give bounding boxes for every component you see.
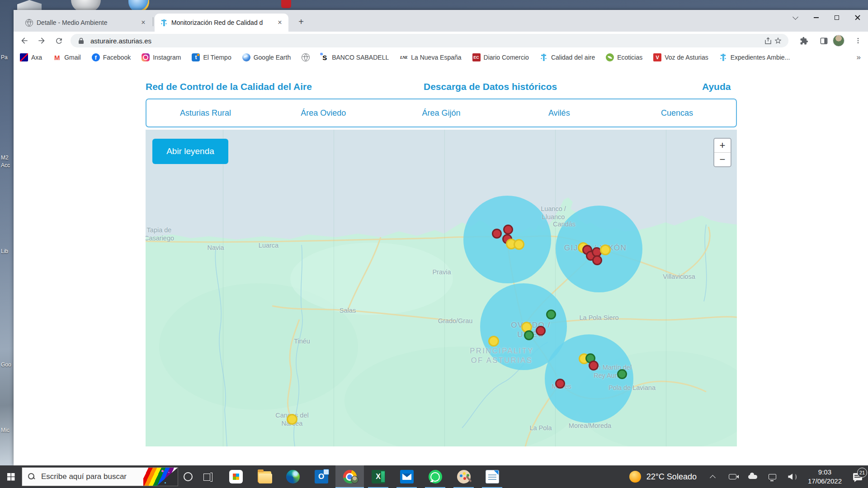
- axa-icon: [20, 53, 28, 61]
- station-marker-good[interactable]: [546, 310, 556, 319]
- maximize-button[interactable]: [826, 10, 847, 25]
- bookmark-gmail[interactable]: MGmail: [53, 53, 81, 61]
- station-marker-moderate[interactable]: [287, 414, 297, 425]
- search-input[interactable]: [41, 472, 132, 481]
- taskbar-app-store[interactable]: [222, 465, 250, 488]
- station-marker-bad[interactable]: [492, 229, 502, 239]
- bookmark-label: La Nueva España: [411, 54, 461, 61]
- map-label: Luanco / Lluanco: [541, 205, 566, 221]
- meet-now-icon[interactable]: [723, 474, 743, 479]
- tray-expand-chevron[interactable]: [703, 474, 723, 480]
- station-marker-good[interactable]: [617, 369, 627, 379]
- station-marker-bad[interactable]: [536, 326, 546, 336]
- address-bar[interactable]: asturaire.asturias.es: [71, 34, 788, 47]
- taskbar-app-excel[interactable]: X: [364, 465, 392, 488]
- station-marker-bad[interactable]: [592, 255, 602, 265]
- reload-icon[interactable]: [52, 34, 65, 47]
- weather-text: 22°C Soleado: [646, 472, 697, 482]
- station-marker-good[interactable]: [524, 330, 534, 340]
- kebab-menu-icon[interactable]: [852, 34, 864, 47]
- tab-strip: Detalle - Medio Ambiente × Monitorizació…: [14, 10, 868, 32]
- station-marker-bad[interactable]: [555, 379, 565, 389]
- region-tab-área-gijón[interactable]: Área Gijón: [382, 108, 500, 118]
- browser-toolbar: asturaire.asturias.es: [14, 32, 868, 50]
- start-button[interactable]: [0, 465, 22, 488]
- map-label: Navia: [207, 244, 224, 252]
- tab-detalle-medio-ambiente[interactable]: Detalle - Medio Ambiente ×: [20, 14, 152, 32]
- search-icon: [28, 473, 36, 481]
- weather-widget[interactable]: 22°C Soleado: [623, 471, 703, 483]
- bookmark-voz-de-asturias[interactable]: VVoz de Asturias: [653, 53, 708, 61]
- tab-search-chevron-icon[interactable]: [785, 10, 806, 25]
- bookmark-globe[interactable]: [302, 53, 310, 61]
- taskbar-app-chrome[interactable]: [335, 465, 364, 488]
- link-ayuda[interactable]: Ayuda: [702, 81, 731, 92]
- volume-icon[interactable]: [783, 474, 802, 480]
- close-tab-icon[interactable]: ×: [139, 19, 147, 27]
- bookmark-el-tiempo[interactable]: tEl Tiempo: [192, 53, 231, 61]
- bookmark-calidad-del-aire[interactable]: Calidad del aire: [540, 53, 595, 61]
- open-legend-button[interactable]: Abir leyenda: [152, 139, 228, 164]
- zoom-in-button[interactable]: +: [714, 139, 731, 152]
- station-marker-bad[interactable]: [503, 225, 513, 235]
- station-marker-moderate[interactable]: [600, 244, 611, 255]
- profile-avatar[interactable]: [833, 35, 844, 47]
- station-marker-moderate[interactable]: [514, 239, 524, 250]
- region-tab-avilés[interactable]: Avilés: [500, 108, 618, 118]
- share-icon[interactable]: [763, 36, 773, 46]
- lock-icon[interactable]: [76, 36, 86, 46]
- cross-icon: [719, 53, 727, 61]
- bookmarks-overflow-icon[interactable]: »: [857, 53, 861, 62]
- station-marker-bad[interactable]: [589, 361, 599, 371]
- link-red-de-control[interactable]: Red de Control de la Calidad del Aire: [146, 81, 312, 92]
- cross-icon: [540, 53, 548, 61]
- cortana-button[interactable]: [178, 465, 198, 488]
- region-tab-área-oviedo[interactable]: Área Oviedo: [264, 108, 382, 118]
- new-tab-button[interactable]: +: [295, 16, 307, 28]
- station-marker-moderate[interactable]: [488, 336, 499, 347]
- globe-icon: [302, 53, 310, 61]
- bookmark-expedientes-ambie-[interactable]: Expedientes Ambie...: [719, 53, 790, 61]
- bookmark-instagram[interactable]: Instagram: [142, 53, 181, 61]
- notification-badge: 21: [857, 468, 867, 478]
- notification-center-button[interactable]: 21: [847, 473, 868, 480]
- forward-icon[interactable]: [35, 34, 48, 47]
- tab-title: Monitorización Red de Calidad d: [171, 19, 272, 26]
- taskbar-app-whatsapp[interactable]: [421, 465, 449, 488]
- bookmark-la-nueva-espa-a[interactable]: LNELa Nueva España: [400, 53, 461, 61]
- back-icon[interactable]: [18, 34, 31, 47]
- region-tab-asturias-rural[interactable]: Asturias Rural: [146, 108, 264, 118]
- network-icon[interactable]: [763, 474, 783, 479]
- onedrive-icon[interactable]: [743, 475, 763, 479]
- air-quality-map[interactable]: Tapia de CasariegoNaviaLuarcaSalasTinéuP…: [146, 130, 737, 446]
- bookmark-star-icon[interactable]: [773, 36, 783, 46]
- side-panel-icon[interactable]: [817, 34, 830, 47]
- bookmark-facebook[interactable]: fFacebook: [92, 53, 131, 61]
- extensions-puzzle-icon[interactable]: [797, 34, 810, 47]
- bookmark-google-earth[interactable]: Google Earth: [242, 53, 291, 61]
- taskbar-app-outlook[interactable]: O: [307, 465, 335, 488]
- bookmark-banco-sabadell[interactable]: SBANCO SABADELL: [321, 53, 389, 61]
- minimize-button[interactable]: [806, 10, 826, 25]
- desktop-icon-label: M2: [1, 155, 14, 161]
- taskbar-app-paint[interactable]: [449, 465, 478, 488]
- taskbar-app-explorer[interactable]: [250, 465, 278, 488]
- bookmark-ecoticias[interactable]: Ecoticias: [606, 53, 642, 61]
- bookmark-axa[interactable]: Axa: [20, 53, 42, 61]
- taskbar-app-mail[interactable]: [392, 465, 421, 488]
- taskbar-app-edge[interactable]: [278, 465, 307, 488]
- clock[interactable]: 9:03 17/06/2022: [802, 468, 847, 486]
- bookmark-diario-comercio[interactable]: ECDiario Comercio: [472, 53, 529, 61]
- zoom-out-button[interactable]: −: [714, 153, 731, 166]
- region-tab-cuencas[interactable]: Cuencas: [618, 108, 736, 118]
- bookmark-label: Google Earth: [254, 54, 291, 61]
- close-tab-icon[interactable]: ×: [276, 19, 284, 27]
- close-window-button[interactable]: [847, 10, 868, 25]
- link-descarga-datos[interactable]: Descarga de Datos históricos: [424, 81, 557, 92]
- taskbar-app-writer[interactable]: [478, 465, 506, 488]
- system-tray: 22°C Soleado 9:03 17/06/2022 21: [623, 465, 868, 488]
- task-view-button[interactable]: [198, 465, 218, 488]
- taskbar-search[interactable]: [22, 467, 178, 486]
- tab-monitorizacion-active[interactable]: Monitorización Red de Calidad d ×: [155, 14, 288, 32]
- desktop-icon-label: Mic: [1, 427, 14, 433]
